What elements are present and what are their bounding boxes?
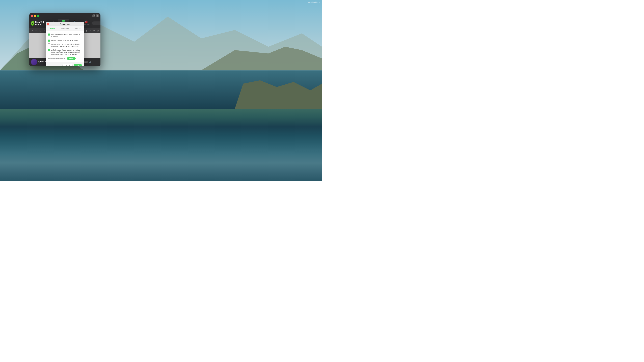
checkbox-add-lyrics[interactable] xyxy=(48,43,50,45)
dialog-titlebar: Preferences xyxy=(46,22,84,26)
logo-icon xyxy=(31,21,34,26)
pref-row-sd-card: Default transfer files to SD card for An… xyxy=(48,49,82,55)
import-icon[interactable]: ⬇ xyxy=(43,29,46,32)
trash-icon[interactable]: 🗑 xyxy=(85,29,88,32)
dialog-body: Auto start KeepVid Music when a device i… xyxy=(46,31,84,62)
preferences-tabs: General Download Record xyxy=(46,26,84,31)
dialog-close-button[interactable] xyxy=(47,23,49,25)
refresh-icon[interactable]: ↻ xyxy=(89,29,92,32)
checkbox-sd-card[interactable] xyxy=(48,49,50,51)
search-bar-area xyxy=(92,21,100,25)
scissors-icon[interactable]: ✂ xyxy=(93,29,96,32)
pref-row-auto-start: Auto start KeepVid Music when a device i… xyxy=(48,33,82,37)
dialog-title: Preferences xyxy=(60,23,70,25)
grid-view-icon[interactable]: ⊞ xyxy=(39,29,42,32)
pref-text-sd-card: Default transfer files to SD card for An… xyxy=(51,49,82,55)
checkbox-auto-start[interactable] xyxy=(48,33,50,35)
settings-icon[interactable] xyxy=(96,14,99,17)
pref-text-launch-itunes: Launch KeepVid Music with your iTunes. xyxy=(51,39,78,41)
preferences-dialog: Preferences General Download Record Auto… xyxy=(46,22,84,66)
tab-general[interactable]: General xyxy=(46,26,58,31)
svg-point-18 xyxy=(94,23,94,23)
toolbox-icon: 🧰 xyxy=(84,19,88,23)
pref-row-add-lyrics: Add the lyrics into the song's file and … xyxy=(48,43,82,47)
svg-rect-15 xyxy=(62,21,64,22)
tab-record[interactable]: Record xyxy=(71,26,84,31)
pref-row-launch-itunes: Launch KeepVid Music with your iTunes. xyxy=(48,39,82,41)
pref-text-auto-start: Auto start KeepVid Music when a device i… xyxy=(51,33,82,37)
window-close-button[interactable] xyxy=(31,15,33,17)
pref-text-add-lyrics: Add the lyrics into the song's file and … xyxy=(51,43,82,47)
window-controls xyxy=(31,15,39,17)
main-area: Preferences General Download Record Auto… xyxy=(29,33,100,58)
pip-icon[interactable] xyxy=(92,14,95,17)
volume-icon: 🔊 xyxy=(89,61,91,63)
app-window: KeepVid Music ♫ GET MUSIC LIBRARY 📱 DEVI… xyxy=(29,13,100,66)
svg-rect-8 xyxy=(94,16,94,16)
cancel-button[interactable]: Cancel xyxy=(62,64,72,66)
volume-fill xyxy=(92,62,97,62)
svg-rect-6 xyxy=(0,70,322,71)
panels-icon[interactable]: ⊟ xyxy=(96,29,99,32)
svg-marker-16 xyxy=(64,21,64,22)
reset-label: Reset all dialogs warning: xyxy=(48,58,65,59)
tab-download[interactable]: Download xyxy=(58,26,72,31)
svg-line-19 xyxy=(94,23,94,24)
svg-point-9 xyxy=(97,15,98,16)
ok-button[interactable]: OK xyxy=(74,64,82,66)
dialog-overlay: Preferences General Download Record Auto… xyxy=(29,33,100,58)
title-bar xyxy=(29,13,100,18)
reset-button[interactable]: Reset xyxy=(67,57,76,60)
music-note-icon[interactable]: ♫ xyxy=(31,29,33,32)
search-box[interactable] xyxy=(92,21,100,25)
window-maximize-button[interactable] xyxy=(37,15,39,17)
app-logo: KeepVid Music xyxy=(31,21,46,26)
checkbox-launch-itunes[interactable] xyxy=(48,39,50,41)
dialog-footer: Cancel OK xyxy=(46,62,84,66)
reset-row: Reset all dialogs warning: Reset xyxy=(48,57,82,60)
volume-bar[interactable] xyxy=(92,62,100,62)
title-bar-right xyxy=(92,14,99,17)
volume-area: 🔊 xyxy=(89,61,100,63)
app-name-label: KeepVid Music xyxy=(35,21,46,26)
window-minimize-button[interactable] xyxy=(34,15,36,17)
list-view-icon[interactable]: ☰ xyxy=(35,29,38,32)
album-art xyxy=(31,59,37,65)
watermark: www.MacW.com xyxy=(308,1,320,3)
